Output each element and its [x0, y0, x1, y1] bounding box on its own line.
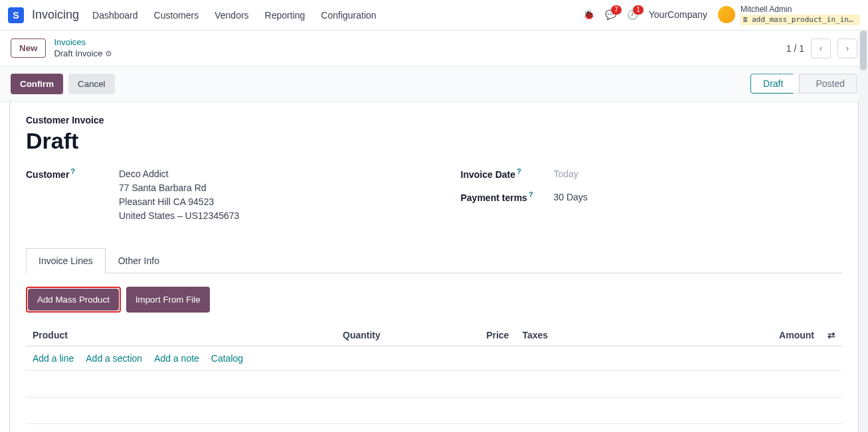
app-name[interactable]: Invoicing: [32, 8, 79, 22]
breadcrumb-bar: New Invoices Draft Invoice⚙ 1 / 1 ‹ ›: [0, 31, 868, 66]
pager-text[interactable]: 1 / 1: [786, 43, 804, 54]
payment-terms-field[interactable]: 30 Days: [554, 190, 843, 204]
new-button[interactable]: New: [11, 38, 46, 58]
breadcrumb: Invoices Draft Invoice⚙: [54, 37, 112, 60]
cancel-button[interactable]: Cancel: [68, 74, 115, 94]
help-icon[interactable]: ?: [517, 167, 521, 175]
highlight-annotation: Add Mass Product: [26, 287, 121, 313]
scrollbar-thumb[interactable]: [860, 31, 867, 70]
col-amount[interactable]: Amount: [720, 324, 821, 346]
tab-invoice-lines[interactable]: Invoice Lines: [26, 248, 106, 273]
nav-configuration[interactable]: Configuration: [321, 10, 376, 21]
top-nav: S Invoicing Dashboard Customers Vendors …: [0, 0, 868, 31]
status-steps: Draft Posted: [750, 74, 857, 94]
nav-reporting[interactable]: Reporting: [265, 10, 305, 21]
gear-icon[interactable]: ⚙: [105, 49, 112, 58]
activities-badge: 1: [633, 5, 644, 15]
column-settings-icon[interactable]: ⇄: [821, 324, 842, 346]
tab-content: Add Mass Product Import From File Produc…: [26, 273, 842, 424]
col-price[interactable]: Price: [434, 324, 515, 346]
payment-terms-label: Payment terms?: [461, 190, 554, 204]
messages-icon[interactable]: 💬7: [605, 9, 616, 20]
pager-prev[interactable]: ‹: [811, 38, 831, 58]
database-name: ≣ add_mass_product_in_invo...: [740, 15, 860, 25]
company-selector[interactable]: YourCompany: [649, 9, 707, 20]
move-type-label: Customer Invoice: [26, 115, 842, 125]
form-sheet: Customer Invoice Draft Customer? Deco Ad…: [9, 102, 859, 432]
table-row[interactable]: [26, 370, 842, 397]
nav-customers[interactable]: Customers: [154, 10, 199, 21]
notebook-tabs: Invoice Lines Other Info: [26, 248, 842, 273]
tab-other-info[interactable]: Other Info: [106, 248, 172, 273]
table-row[interactable]: [26, 397, 842, 423]
nav-dashboard[interactable]: Dashboard: [92, 10, 138, 21]
catalog-link[interactable]: Catalog: [211, 353, 243, 364]
help-icon[interactable]: ?: [70, 167, 75, 175]
bug-icon[interactable]: 🐞: [583, 9, 594, 20]
import-from-file-button[interactable]: Import From File: [126, 287, 210, 313]
pager-next[interactable]: ›: [837, 38, 857, 58]
breadcrumb-current: Draft Invoice⚙: [54, 48, 112, 60]
col-quantity[interactable]: Quantity: [336, 324, 434, 346]
invoice-lines-table: Product Quantity Price Taxes Amount ⇄ Ad…: [26, 324, 842, 424]
user-menu[interactable]: Mitchell Admin ≣ add_mass_product_in_inv…: [718, 5, 860, 26]
col-product[interactable]: Product: [26, 324, 336, 346]
col-taxes[interactable]: Taxes: [515, 324, 719, 346]
nav-menu: Dashboard Customers Vendors Reporting Co…: [92, 10, 377, 21]
messages-badge: 7: [611, 5, 622, 15]
status-bar: Confirm Cancel Draft Posted: [0, 66, 868, 102]
add-line-link[interactable]: Add a line: [33, 353, 74, 364]
confirm-button[interactable]: Confirm: [11, 74, 63, 94]
help-icon[interactable]: ?: [529, 190, 533, 198]
status-draft[interactable]: Draft: [750, 74, 800, 94]
add-section-link[interactable]: Add a section: [86, 353, 142, 364]
user-name: Mitchell Admin: [740, 5, 860, 15]
add-note-link[interactable]: Add a note: [154, 353, 199, 364]
activities-icon[interactable]: 🕘1: [627, 9, 638, 20]
customer-field[interactable]: Deco Addict 77 Santa Barbara Rd Pleasant…: [119, 167, 408, 223]
nav-right: 🐞 💬7 🕘1 YourCompany Mitchell Admin ≣ add…: [583, 5, 860, 26]
invoice-date-field[interactable]: Today: [554, 167, 843, 181]
app-icon[interactable]: S: [8, 7, 24, 23]
avatar: [718, 6, 735, 23]
record-title: Draft: [26, 128, 842, 154]
invoice-date-label: Invoice Date?: [461, 167, 554, 181]
customer-label: Customer?: [26, 167, 119, 223]
nav-vendors[interactable]: Vendors: [215, 10, 248, 21]
breadcrumb-parent[interactable]: Invoices: [54, 37, 112, 48]
status-posted[interactable]: Posted: [799, 74, 857, 94]
add-mass-product-button[interactable]: Add Mass Product: [28, 289, 119, 311]
scrollbar[interactable]: [859, 31, 868, 432]
